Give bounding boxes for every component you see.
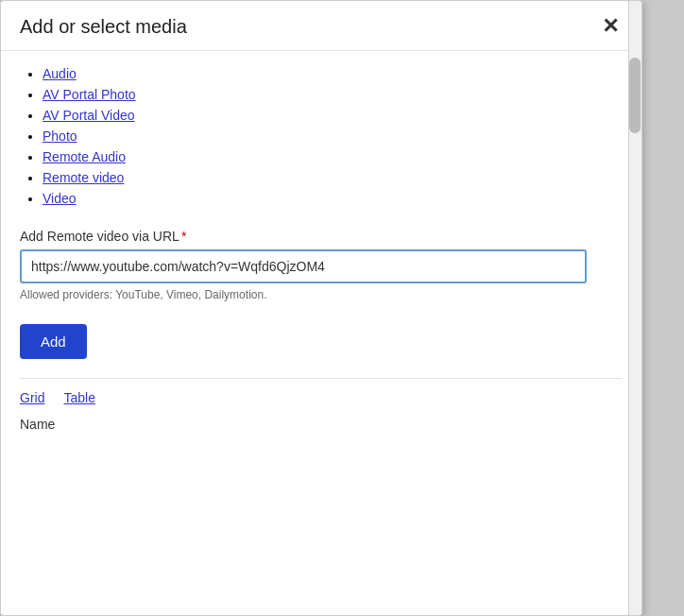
av-portal-video-link[interactable]: AV Portal Video <box>43 108 135 123</box>
list-item: Photo <box>43 128 623 144</box>
close-button[interactable]: ✕ <box>594 12 626 41</box>
av-portal-photo-link[interactable]: AV Portal Photo <box>43 87 136 102</box>
allowed-providers-text: Allowed providers: YouTube, Vimeo, Daily… <box>20 288 623 301</box>
url-label-text: Add Remote video via URL <box>20 229 180 244</box>
video-link[interactable]: Video <box>43 191 77 206</box>
url-form-section: Add Remote video via URL* Allowed provid… <box>20 229 623 301</box>
photo-link[interactable]: Photo <box>43 128 77 144</box>
divider <box>20 378 623 379</box>
modal-dialog: Add or select media ✕ Audio AV Portal Ph… <box>0 0 642 616</box>
required-asterisk: * <box>181 229 186 244</box>
modal-title: Add or select media <box>20 16 187 38</box>
modal-body: Audio AV Portal Photo AV Portal Video Ph… <box>1 51 641 613</box>
scrollbar-thumb[interactable] <box>629 58 641 133</box>
modal-header: Add or select media ✕ <box>1 1 641 51</box>
add-button[interactable]: Add <box>20 324 87 359</box>
grid-tab[interactable]: Grid <box>20 390 44 405</box>
list-item: AV Portal Video <box>43 108 623 123</box>
url-form-label: Add Remote video via URL* <box>20 229 623 244</box>
remote-audio-link[interactable]: Remote Audio <box>43 149 126 164</box>
list-item: Video <box>43 191 623 206</box>
media-type-list: Audio AV Portal Photo AV Portal Video Ph… <box>20 66 623 206</box>
remote-video-link[interactable]: Remote video <box>43 170 124 185</box>
view-tabs: Grid Table <box>20 390 623 405</box>
name-column-header: Name <box>20 417 623 432</box>
list-item: Audio <box>43 66 623 81</box>
url-input[interactable] <box>20 249 587 283</box>
table-tab[interactable]: Table <box>63 390 94 405</box>
scrollbar-track <box>628 1 641 616</box>
list-item: Remote video <box>43 170 623 185</box>
audio-link[interactable]: Audio <box>43 66 77 81</box>
list-item: AV Portal Photo <box>43 87 623 102</box>
list-item: Remote Audio <box>43 149 623 164</box>
